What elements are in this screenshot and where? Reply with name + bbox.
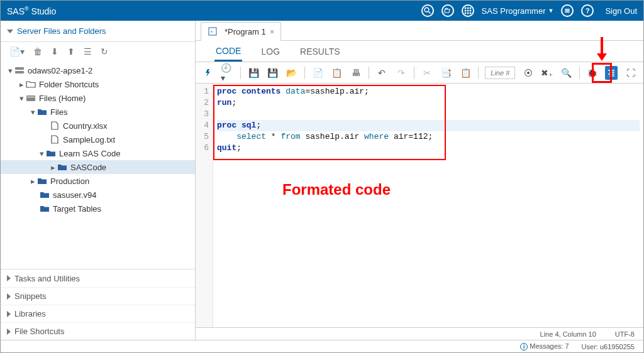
undo-icon[interactable]: ↶ (375, 66, 388, 80)
tree-file-samplelog[interactable]: SampleLog.txt (1, 133, 195, 146)
sign-out-link[interactable]: Sign Out (605, 6, 637, 16)
file-tabs: ⋆ *Program 1 × (196, 21, 643, 41)
sidebar-toolbar: 📄▾ 🗑 ⬇ ⬆ ☰ ↻ (1, 42, 195, 61)
tree-production-folder[interactable]: ▸Production (1, 174, 195, 188)
editor-toolbar: 🕘▾ 💾 💾 📂 📄 📋 🖶 ↶ ↷ ✂ 📑 📋 ⦿ ✖₊ 🔍 🐞 ⛶ (196, 62, 643, 84)
open-program-icon[interactable]: 📂 (286, 66, 298, 80)
svg-point-8 (469, 10, 471, 12)
user-menu[interactable]: SAS Programmer▼ (482, 6, 554, 16)
tree-server-node[interactable]: ▾odaws02-apse1-2 (1, 63, 195, 77)
code-editor[interactable]: 123456 proc contents data=sashelp.air; r… (196, 84, 643, 327)
svg-point-5 (469, 8, 471, 9)
svg-point-9 (464, 13, 466, 14)
svg-marker-22 (597, 53, 607, 61)
editor-subtabs: CODE LOG RESULTS (196, 41, 643, 62)
editor-status-bar: Line 4, Column 10 UTF-8 (196, 327, 643, 340)
cut-icon[interactable]: ✂ (421, 66, 433, 80)
copy-icon[interactable]: 📑 (440, 66, 453, 80)
redo-icon[interactable]: ↷ (395, 66, 408, 80)
maximize-icon[interactable]: ⛶ (624, 66, 636, 80)
svg-rect-18 (27, 97, 35, 97)
tree-sasuser-folder[interactable]: sasuser.v94 (1, 188, 195, 202)
cursor-position: Line 4, Column 10 (540, 330, 596, 338)
help-icon[interactable]: ? (581, 4, 594, 17)
refresh-icon[interactable]: ↻ (101, 46, 108, 57)
search-icon[interactable] (421, 4, 434, 17)
sidebar-section-tasks[interactable]: Tasks and Utilities (1, 269, 195, 287)
svg-rect-15 (15, 67, 24, 70)
new-icon[interactable]: 📄▾ (9, 46, 25, 57)
svg-line-1 (428, 12, 430, 14)
app-footer: iMessages: 7 User: u61950255 (1, 340, 643, 352)
tree-sascode-folder[interactable]: ▸SASCode (1, 160, 195, 174)
tree-target-folder[interactable]: Target Tables (1, 202, 195, 215)
file-tab-program1[interactable]: ⋆ *Program 1 × (201, 22, 281, 41)
clear-icon[interactable]: ✖₊ (541, 66, 553, 80)
messages-indicator[interactable]: iMessages: 7 (520, 342, 569, 350)
tab-close-icon[interactable]: × (270, 27, 275, 36)
upload-icon[interactable]: ⬆ (67, 46, 75, 57)
properties-icon[interactable]: ☰ (84, 46, 92, 57)
user-indicator: User: u61950255 (582, 343, 635, 350)
code-content[interactable]: proc contents data=sashelp.air; run; pro… (213, 84, 643, 327)
svg-point-3 (464, 8, 466, 9)
history-icon[interactable]: 🕘▾ (221, 66, 233, 80)
saveas-icon[interactable]: 💾 (266, 66, 279, 80)
download-icon[interactable]: ⬇ (51, 46, 58, 57)
tree-learn-folder[interactable]: ▾Learn SAS Code (1, 146, 195, 160)
svg-point-6 (464, 10, 466, 12)
subtab-log[interactable]: LOG (260, 43, 281, 60)
print-icon[interactable]: 🖶 (350, 66, 362, 80)
run-icon[interactable] (202, 66, 214, 80)
annotation-label: Formated code (282, 184, 391, 195)
tree-folder-shortcuts[interactable]: ▸Folder Shortcuts (1, 77, 195, 91)
title-bar: SAS® Studio SAS Programmer▼ ? Sign Out (1, 1, 643, 21)
paste-icon[interactable]: 📋 (459, 66, 472, 80)
annotation-arrow (593, 35, 611, 62)
apps-grid-icon[interactable] (462, 4, 474, 17)
sidebar-section-fileshortcuts[interactable]: File Shortcuts (1, 322, 195, 340)
summary-icon[interactable]: 📋 (330, 66, 343, 80)
top-icons: SAS Programmer▼ ? Sign Out (421, 4, 637, 17)
go-icon[interactable]: ⦿ (521, 66, 534, 80)
goto-line-input[interactable] (485, 67, 515, 79)
line-gutter: 123456 (196, 84, 213, 327)
tree-files-folder[interactable]: ▾Files (1, 105, 195, 119)
svg-point-11 (469, 13, 471, 14)
navigation-sidebar: Server Files and Folders 📄▾ 🗑 ⬇ ⬆ ☰ ↻ ▾o… (1, 21, 196, 340)
subtab-results[interactable]: RESULTS (299, 43, 341, 60)
sidebar-section-snippets[interactable]: Snippets (1, 287, 195, 305)
subtab-code[interactable]: CODE (214, 42, 242, 62)
format-code-button[interactable] (605, 66, 618, 80)
find-icon[interactable]: 🔍 (560, 66, 572, 80)
file-tree: ▾odaws02-apse1-2 ▸Folder Shortcuts ▾File… (1, 61, 195, 269)
new-program-icon[interactable]: 📄 (311, 66, 324, 80)
delete-icon[interactable]: 🗑 (33, 46, 42, 57)
svg-text:⋆: ⋆ (210, 29, 213, 35)
sidebar-section-libraries[interactable]: Libraries (1, 305, 195, 322)
save-icon[interactable]: 💾 (247, 66, 260, 80)
encoding-label: UTF-8 (615, 330, 635, 338)
sidebar-section-files[interactable]: Server Files and Folders (1, 21, 195, 42)
file-tab-label: *Program 1 (225, 27, 266, 36)
app-brand: SAS® Studio (7, 6, 56, 16)
svg-point-7 (467, 10, 469, 12)
svg-point-0 (425, 8, 429, 12)
svg-point-10 (467, 13, 469, 14)
editor-pane: ⋆ *Program 1 × CODE LOG RESULTS 🕘▾ 💾 💾 📂… (196, 21, 643, 340)
tree-file-country[interactable]: Country.xlsx (1, 119, 195, 133)
tree-files-home[interactable]: ▾Files (Home) (1, 91, 195, 105)
svg-rect-17 (26, 95, 35, 101)
program-icon: ⋆ (208, 26, 218, 36)
open-icon[interactable] (441, 4, 454, 17)
more-menu-icon[interactable] (561, 4, 574, 17)
svg-rect-16 (15, 71, 24, 73)
svg-point-4 (467, 8, 469, 9)
debug-icon[interactable]: 🐞 (586, 66, 599, 80)
